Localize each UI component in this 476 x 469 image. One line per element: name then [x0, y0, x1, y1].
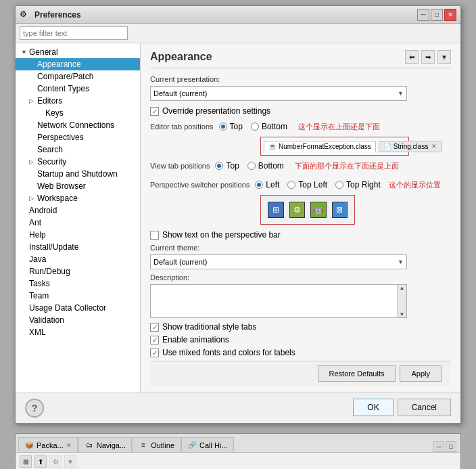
sidebar-label-general: General	[29, 47, 58, 57]
sidebar-item-network[interactable]: Network Connections	[16, 119, 140, 131]
sidebar-item-editors[interactable]: ▷ Editors	[16, 95, 140, 107]
ok-button[interactable]: OK	[353, 399, 393, 416]
expand-icon-security: ▷	[29, 158, 36, 165]
apply-button[interactable]: Apply	[400, 365, 442, 382]
sidebar-item-web-browser[interactable]: Web Browser	[16, 180, 140, 192]
sidebar-label-workspace: Workspace	[37, 194, 78, 203]
sidebar-item-android[interactable]: Android	[16, 204, 140, 217]
sidebar-item-install[interactable]: Install/Update	[16, 241, 140, 253]
taskbar-tab-outline[interactable]: ≡ Outline	[133, 437, 181, 452]
tab-string[interactable]: 📄 String.class ✕	[379, 141, 442, 152]
app-icon: ⚙	[20, 9, 30, 20]
sidebar-item-workspace[interactable]: ▷ Workspace	[16, 192, 140, 204]
scroll-up-icon[interactable]: ▲	[400, 285, 405, 291]
persp-row: Perspective switcher positions Left Top …	[150, 177, 451, 192]
sidebar-item-content-types[interactable]: Content Types	[16, 83, 140, 95]
theme-dropdown[interactable]: Default (current) ▼	[150, 254, 407, 269]
persp-left-radio[interactable]	[255, 181, 263, 189]
dropdown-arrow-icon: ▼	[398, 90, 404, 97]
presentation-dropdown[interactable]: Default (current) ▼	[150, 86, 407, 101]
sidebar-item-search[interactable]: Search	[16, 143, 140, 156]
sidebar-label-rundebug: Run/Debug	[29, 267, 70, 276]
taskbar-action-2[interactable]: ⬆	[34, 455, 47, 468]
sidebar-item-tasks[interactable]: Tasks	[16, 277, 140, 290]
theme-value: Default (current)	[153, 258, 207, 266]
expand-icon-workspace: ▷	[29, 195, 36, 202]
taskbar-tab-navigator[interactable]: 🗂 Naviga...	[78, 437, 132, 452]
presentation-value: Default (current)	[153, 89, 207, 97]
view-tab-top-radio[interactable]	[215, 162, 223, 170]
sidebar-item-perspectives[interactable]: Perspectives	[16, 131, 140, 143]
taskbar-action-4[interactable]: ▼	[64, 455, 76, 468]
tab-packages-close[interactable]: ✕	[66, 442, 72, 449]
sidebar-item-general[interactable]: ▼ General	[16, 46, 140, 58]
taskbar-tab-callhierarchy[interactable]: 🔗 Call Hi...	[181, 437, 234, 452]
minimize-button[interactable]: ─	[417, 9, 429, 21]
sidebar-item-xml[interactable]: XML	[16, 326, 140, 338]
override-label: Override presentation settings	[162, 106, 270, 116]
sidebar-item-security[interactable]: ▷ Security	[16, 156, 140, 168]
sidebar-item-keys[interactable]: Keys	[16, 107, 140, 119]
sidebar-item-help[interactable]: Help	[16, 229, 140, 241]
filter-input[interactable]	[20, 26, 128, 40]
description-area: ▲ ▼	[150, 284, 407, 318]
persp-topright-radio[interactable]	[335, 181, 343, 189]
navigator-icon: 🗂	[85, 441, 94, 450]
sidebar-label-tasks: Tasks	[29, 279, 50, 288]
tab-outline-label: Outline	[151, 441, 174, 449]
persp-left-row: Left	[255, 180, 279, 189]
nav-menu-button[interactable]: ▼	[437, 50, 451, 64]
show-text-checkbox[interactable]	[150, 231, 159, 240]
trad-tabs-checkbox[interactable]: ✓	[150, 323, 159, 332]
enable-anim-checkbox[interactable]: ✓	[150, 336, 159, 344]
sidebar-item-run-debug[interactable]: Run/Debug	[16, 265, 140, 277]
panel-title-text: Appearance	[150, 51, 212, 63]
override-checkbox[interactable]: ✓	[150, 107, 159, 116]
sidebar-tree: ▼ General Appearance Compare/Patch Conte…	[16, 43, 141, 393]
close-button[interactable]: ✕	[444, 9, 456, 21]
sidebar-item-ant[interactable]: Ant	[16, 217, 140, 229]
sidebar-item-usage[interactable]: Usage Data Collector	[16, 302, 140, 314]
scroll-down-icon[interactable]: ▼	[400, 311, 405, 317]
maximize-button[interactable]: □	[431, 9, 443, 21]
sidebar-item-team[interactable]: Team	[16, 290, 140, 302]
sidebar-item-appearance[interactable]: Appearance	[16, 58, 140, 70]
sidebar-label-team: Team	[29, 291, 49, 300]
taskbar-maximize-button[interactable]: □	[446, 441, 456, 452]
view-tab-bottom-radio[interactable]	[247, 162, 256, 170]
view-tab-top-label: Top	[226, 161, 239, 171]
sidebar-label-compare: Compare/Patch	[37, 72, 93, 81]
sidebar-label-content: Content Types	[37, 84, 89, 93]
nav-forward-button[interactable]: ➡	[421, 50, 435, 64]
tab-numberformat[interactable]: ☕ NumberFormatException.class	[264, 141, 376, 152]
mixed-fonts-checkbox[interactable]: ✓	[150, 349, 159, 357]
editor-tab-bottom-radio[interactable]	[251, 122, 259, 131]
persp-radio-group: Left Top Left Top Right	[255, 180, 380, 189]
cancel-button[interactable]: Cancel	[398, 399, 451, 416]
sidebar-item-validation[interactable]: Validation	[16, 314, 140, 326]
sidebar-label-appearance: Appearance	[37, 60, 81, 69]
editor-tab-row: Editor tab positions Top Bottom 这个显示在上面还…	[150, 119, 451, 134]
help-button[interactable]: ?	[25, 399, 44, 418]
sidebar-item-java[interactable]: Java	[16, 253, 140, 265]
tab-close-icon[interactable]: ✕	[431, 143, 437, 150]
sidebar-item-compare-patch[interactable]: Compare/Patch	[16, 70, 140, 83]
taskbar-action-1[interactable]: ⊞	[20, 455, 32, 468]
taskbar-action-3[interactable]: ⚙	[49, 455, 62, 468]
sidebar-item-startup[interactable]: Startup and Shutdown	[16, 168, 140, 180]
persp-topleft-radio[interactable]	[287, 181, 295, 189]
editor-tab-top-row: Top	[219, 122, 243, 131]
restore-defaults-button[interactable]: Restore Defaults	[318, 365, 396, 382]
tab-string-icon: 📄	[383, 143, 391, 150]
taskbar-minimize-button[interactable]: ─	[433, 441, 444, 452]
nav-back-button[interactable]: ⬅	[405, 50, 419, 64]
annotation2: 下面的那个显示在下面还是上面	[295, 161, 399, 171]
editor-tab-top-radio[interactable]	[219, 122, 227, 131]
description-scrollbar[interactable]: ▲ ▼	[397, 285, 406, 317]
view-tab-bottom-row: Bottom	[247, 161, 284, 171]
enable-anim-checkbox-row: ✓ Enable animations	[150, 335, 451, 344]
show-text-label: Show text on the perspective bar	[162, 230, 281, 240]
editor-tab-radio-group: Top Bottom	[219, 122, 287, 131]
taskbar-tab-packages[interactable]: 📦 Packa... ✕	[18, 437, 78, 452]
editor-tab-label: Editor tab positions	[150, 122, 214, 131]
